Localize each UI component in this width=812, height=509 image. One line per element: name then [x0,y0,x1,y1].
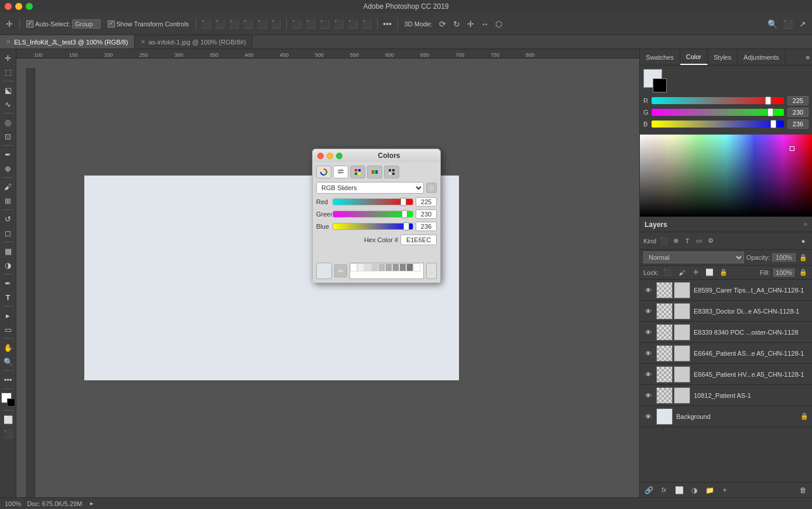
3d-rotate-icon[interactable]: ↻ [451,18,462,30]
heal-tool[interactable]: ⊕ [2,162,15,175]
align-top-icon[interactable]: ⬛ [242,18,254,30]
tab-adjustments[interactable]: Adjustments [738,49,786,65]
layers-collapse[interactable]: ≡ [804,221,807,228]
blue-slider-thumb[interactable] [403,222,409,231]
red-slider-track[interactable] [333,198,413,205]
layer-visibility-6[interactable]: 👁 [643,412,653,421]
shape-tool[interactable]: ▭ [2,323,15,336]
align-center-h-icon[interactable]: ⬛ [214,18,226,30]
opacity-lock-icon[interactable]: 🔒 [798,252,808,263]
quick-mask-tool[interactable]: ⬜ [2,413,15,426]
swatch-cell[interactable] [399,263,406,271]
layer-item-4[interactable]: 👁 E6645_Patient HV...e A5_CHN-1128-1 [640,364,812,385]
tab-color[interactable]: Color [680,49,708,65]
gradient-tool[interactable]: ▦ [2,245,15,257]
layer-item-2[interactable]: 👁 E8339 8340 POC ...oster-CHN-1128 [640,322,812,343]
zoom-tool[interactable]: 🔍 [2,355,15,368]
dialog-tab-sliders[interactable] [333,166,348,178]
dialog-tab-gradient[interactable] [367,166,382,178]
lock-all-icon[interactable]: 🔒 [718,267,729,278]
green-slider-thumb[interactable] [402,210,407,218]
close-button[interactable] [5,3,12,10]
show-transform-row[interactable]: Show Transform Controls [105,19,191,29]
panel-menu-icon[interactable]: ≡ [806,54,812,61]
swatch-cell[interactable] [364,263,371,271]
path-select-tool[interactable]: ▸ [2,309,15,322]
filter-smart-icon[interactable]: ⚙ [705,236,716,246]
link-icon[interactable]: 🔗 [643,485,654,496]
hex-value-input[interactable] [400,235,437,245]
more-icon[interactable]: ••• [382,18,393,30]
swatch-scroll[interactable]: ▸ [426,263,437,279]
filter-type-icon[interactable]: T [682,236,693,246]
layer-item-5[interactable]: 👁 10812_Patient AS-1 [640,385,812,406]
tab-0-close[interactable]: ✕ [6,39,11,45]
color-spectrum[interactable] [640,135,812,216]
align-right-icon[interactable]: ⬛ [228,18,240,30]
opacity-input[interactable] [772,253,796,262]
dialog-min-button[interactable] [327,153,333,159]
layer-item-1[interactable]: 👁 E8383_Doctor Di...e A5-CHN-1128-1 [640,301,812,322]
3d-slide-icon[interactable]: ↔ [479,18,491,30]
brush-tool[interactable]: 🖌 [2,180,15,193]
swatch-cell[interactable] [371,263,378,271]
dialog-close-button[interactable] [317,153,324,159]
filter-adjust-icon[interactable]: ⊕ [670,236,681,246]
history-brush-tool[interactable]: ↺ [2,212,15,225]
distribute-left-icon[interactable]: ⬛ [333,18,345,30]
tab-swatches[interactable]: Swatches [640,49,680,65]
move-tool-icon[interactable]: ✛ [4,18,15,30]
workspace-icon[interactable]: ⬛ [782,18,793,30]
red-slider-thumb[interactable] [400,198,406,206]
tab-0[interactable]: ✕ ELS_InfoKit_JL_test3 @ 100% (RGB/8) [0,35,135,49]
hand-tool[interactable]: ✋ [2,341,15,354]
dialog-tab-colorwheel[interactable] [316,166,331,178]
layer-item-0[interactable]: 👁 E8599_Carer Tips...t_A4_CHN-1128-1 [640,280,812,301]
lock-transparent-icon[interactable]: ⬛ [662,267,673,278]
dialog-tab-palette[interactable] [350,166,365,178]
swatch-cell[interactable] [385,263,392,271]
distribute-right-icon[interactable]: ⬛ [361,18,373,30]
swatch-cell[interactable] [413,263,420,271]
b-slider-track[interactable] [652,121,784,128]
minimize-button[interactable] [15,3,22,10]
dialog-max-button[interactable] [336,153,342,159]
layer-visibility-1[interactable]: 👁 [643,307,653,316]
green-value-input[interactable] [416,209,437,219]
lock-position-icon[interactable]: ✛ [690,267,701,278]
screen-mode-tool[interactable]: ⬛ [2,427,15,440]
swatch-cell[interactable] [350,263,357,271]
lasso-tool[interactable]: ∿ [2,98,15,111]
swatch-cell[interactable] [406,263,413,271]
layer-item-6[interactable]: 👁 Background 🔒 [640,406,812,427]
swatch-cell[interactable] [357,263,364,271]
tab-styles[interactable]: Styles [708,49,738,65]
move-tool[interactable]: ✛ [2,51,15,64]
filter-toggle-icon[interactable]: ● [798,236,808,246]
b-slider-thumb[interactable] [770,120,776,128]
layer-visibility-4[interactable]: 👁 [643,370,653,379]
r-slider-thumb[interactable] [765,97,771,105]
lock-image-icon[interactable]: 🖌 [676,267,687,278]
g-slider-track[interactable] [652,109,784,116]
folder-icon[interactable]: 📁 [704,485,715,496]
distribute-bottom-icon[interactable]: ⬛ [319,18,331,30]
pen-tool[interactable]: ✒ [2,277,15,290]
dialog-eyedropper-tool[interactable]: ✒ [334,264,347,277]
align-left-icon[interactable]: ⬛ [200,18,212,30]
blue-slider-track[interactable] [333,223,413,230]
adjustment-icon[interactable]: ◑ [689,485,700,496]
dodge-tool[interactable]: ◑ [2,259,15,271]
layer-visibility-5[interactable]: 👁 [643,391,653,400]
new-layer-icon[interactable]: + [720,485,730,496]
color-swatch-fg-bg[interactable] [643,69,667,92]
dialog-settings-icon[interactable]: ⚙ [426,183,437,193]
search-icon[interactable]: 🔍 [766,18,778,30]
3d-orbit-icon[interactable]: ⟳ [437,18,448,30]
blend-mode-select[interactable]: Normal Multiply Screen Overlay [643,252,744,263]
artboard-tool[interactable]: ⬚ [2,66,15,78]
crop-tool[interactable]: ⊡ [2,130,15,143]
lock-artboard-icon[interactable]: ⬜ [704,267,715,278]
filter-shape-icon[interactable]: ▭ [694,236,704,246]
tab-1-close[interactable]: ✕ [141,39,145,45]
